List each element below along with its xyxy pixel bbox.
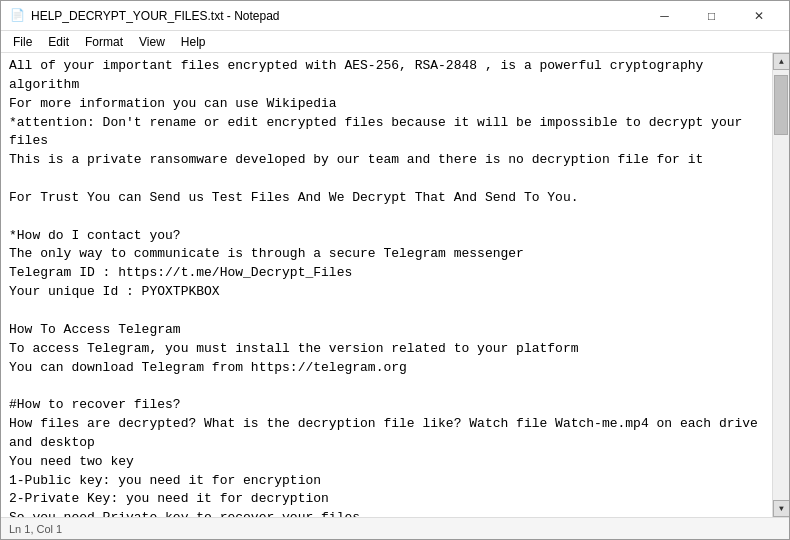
- status-bar: Ln 1, Col 1: [1, 517, 789, 539]
- cursor-position: Ln 1, Col 1: [9, 523, 62, 535]
- notepad-icon: 📄: [9, 8, 25, 24]
- menu-help[interactable]: Help: [173, 33, 214, 51]
- scroll-up-button[interactable]: ▲: [773, 53, 789, 70]
- content-area: All of your important files encrypted wi…: [1, 53, 789, 517]
- text-editor[interactable]: All of your important files encrypted wi…: [1, 53, 772, 517]
- menu-edit[interactable]: Edit: [40, 33, 77, 51]
- title-bar-controls: ─ □ ✕: [642, 2, 781, 30]
- window-title: HELP_DECRYPT_YOUR_FILES.txt - Notepad: [31, 9, 280, 23]
- scroll-track[interactable]: [773, 70, 789, 500]
- menu-bar: File Edit Format View Help: [1, 31, 789, 53]
- maximize-button[interactable]: □: [689, 2, 734, 30]
- scroll-down-button[interactable]: ▼: [773, 500, 789, 517]
- scrollbar[interactable]: ▲ ▼: [772, 53, 789, 517]
- scroll-thumb[interactable]: [774, 75, 788, 135]
- close-button[interactable]: ✕: [736, 2, 781, 30]
- menu-file[interactable]: File: [5, 33, 40, 51]
- minimize-button[interactable]: ─: [642, 2, 687, 30]
- notepad-window: 📄 HELP_DECRYPT_YOUR_FILES.txt - Notepad …: [0, 0, 790, 540]
- title-bar-left: 📄 HELP_DECRYPT_YOUR_FILES.txt - Notepad: [9, 8, 280, 24]
- menu-view[interactable]: View: [131, 33, 173, 51]
- menu-format[interactable]: Format: [77, 33, 131, 51]
- title-bar: 📄 HELP_DECRYPT_YOUR_FILES.txt - Notepad …: [1, 1, 789, 31]
